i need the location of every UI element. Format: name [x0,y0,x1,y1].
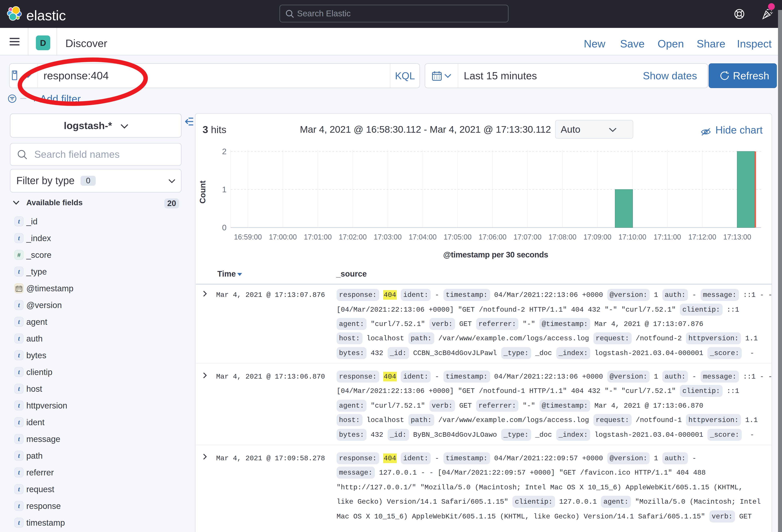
svg-text:17:13:00: 17:13:00 [723,233,751,241]
svg-text:1: 1 [222,185,226,194]
svg-text:0: 0 [222,223,226,232]
svg-text:17:01:00: 17:01:00 [304,233,332,241]
svg-text:17:07:00: 17:07:00 [513,233,541,241]
svg-text:17:06:00: 17:06:00 [478,233,506,241]
svg-text:@timestamp per 30 seconds: @timestamp per 30 seconds [443,250,548,259]
svg-text:17:04:00: 17:04:00 [409,233,437,241]
svg-text:17:12:00: 17:12:00 [688,233,716,241]
svg-text:17:00:00: 17:00:00 [269,233,297,241]
svg-text:2: 2 [222,147,226,156]
svg-text:17:10:00: 17:10:00 [618,233,646,241]
svg-text:17:08:00: 17:08:00 [548,233,576,241]
svg-text:17:11:00: 17:11:00 [653,233,681,241]
svg-text:17:03:00: 17:03:00 [374,233,401,241]
svg-text:Count: Count [198,181,207,204]
svg-text:17:09:00: 17:09:00 [583,233,611,241]
svg-text:17:02:00: 17:02:00 [339,233,367,241]
svg-text:16:59:00: 16:59:00 [234,233,262,241]
svg-text:17:05:00: 17:05:00 [443,233,471,241]
